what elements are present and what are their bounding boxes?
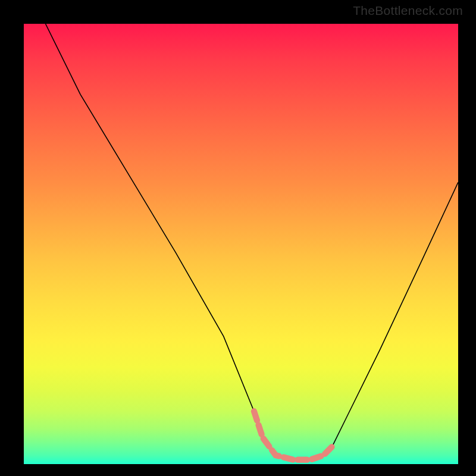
curve-pink-band xyxy=(254,411,332,459)
watermark-text: TheBottleneck.com xyxy=(353,4,463,18)
chart-svg xyxy=(24,24,458,464)
chart-plot-area xyxy=(24,24,458,464)
curve-black xyxy=(46,24,459,460)
